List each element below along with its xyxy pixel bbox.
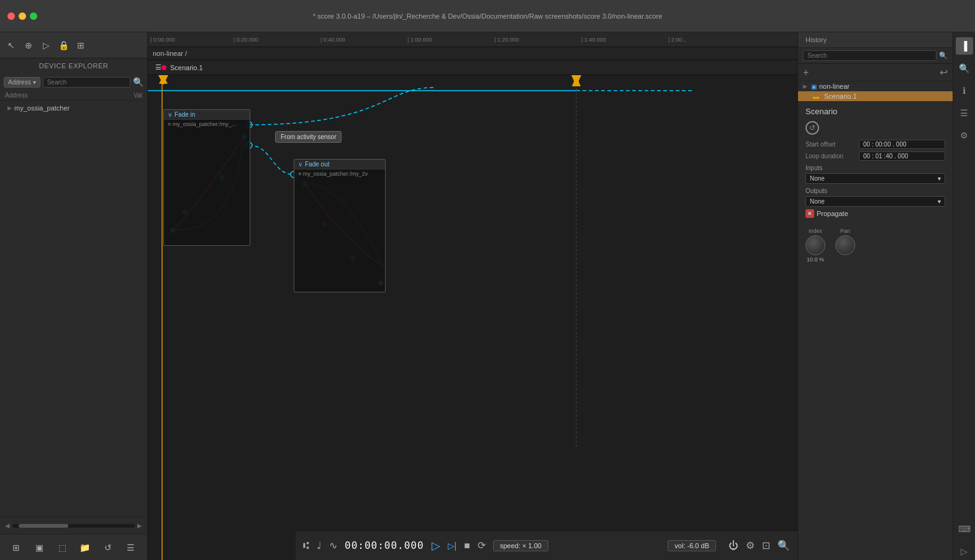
right-icon-play[interactable]: ▷ [956, 543, 973, 560]
transport-curve-icon[interactable]: ∿ [329, 540, 337, 551]
pan-knob[interactable] [835, 235, 855, 255]
transport-bar: ⑆ ♩ ∿ 00:00:00.000 ▷ ▷| ■ ⟳ speed: × 1.0… [296, 530, 797, 560]
fade-in-header: ∨ Fade in [164, 110, 250, 120]
scenario-properties: Scenario ↺ Start offset 00 : 00:00 . 000… [798, 101, 953, 223]
transport-time: 00:00:00.000 [345, 540, 424, 551]
right-icon-columns[interactable]: ☰ [956, 104, 973, 122]
ruler-mark-6: | 2:00... [668, 37, 687, 43]
inputs-chevron: ▾ [938, 175, 941, 182]
center-panel: | 0:00.000 | 0:20.000 | 0:40.000 | 1:00.… [148, 32, 797, 560]
score-path-text: non-linear / [153, 50, 187, 57]
scenario-row: ☰ Scenario.1 [148, 60, 797, 75]
transport-music-icon[interactable]: ♩ [317, 540, 322, 551]
history-add-button[interactable]: + [803, 67, 809, 78]
activity-sensor-tooltip: From activity sensor [275, 131, 342, 143]
transport-return-button[interactable]: ⟳ [478, 540, 486, 551]
transport-stop-button[interactable]: ■ [464, 540, 470, 551]
interval-connector-1 [249, 145, 294, 174]
transport-screen-icon[interactable]: ⊡ [762, 540, 770, 551]
list-icon[interactable]: ☰ [125, 541, 137, 554]
loop-duration-value[interactable]: 00 : 01 :40 . 000 [859, 151, 945, 161]
right-icon-keyboard[interactable]: ⌨ [956, 520, 973, 538]
index-knob-value: 10.0 % [807, 256, 824, 263]
speed-display[interactable]: speed: × 1.00 [493, 540, 548, 551]
frame-tool[interactable]: ⊞ [75, 39, 87, 52]
cursor-tool[interactable]: ↖ [5, 39, 17, 52]
device-search-input[interactable] [43, 77, 130, 88]
tree-item-my-ossia-patcher[interactable]: ▶ my_ossia_patcher [0, 103, 147, 113]
knobs-section: Index 10.0 % Pan [798, 223, 953, 273]
grid-icon[interactable]: ⊞ [10, 541, 22, 554]
ruler-mark-2: | 0:40.000 [320, 37, 345, 43]
score-path-breadcrumb: non-linear / [148, 47, 797, 60]
history-icon[interactable]: ↺ [102, 541, 114, 554]
device-list-header: Address Val [0, 91, 147, 101]
history-search-icon[interactable]: 🔍 [939, 52, 948, 60]
image-icon[interactable]: ▣ [33, 541, 45, 554]
timeline-area[interactable]: ∨ Fade in ≡ my_ossia_patcher:/my_... ∨ F… [148, 75, 797, 560]
right-panel: History 🔍 + ↩ ▶ ▣ non-linear ▬ Scenario.… [797, 32, 953, 560]
history-title: History [798, 32, 953, 48]
non-linear-icon: ▣ [811, 83, 817, 90]
close-button[interactable] [7, 12, 15, 20]
propagate-x-badge[interactable]: ✕ [805, 209, 814, 218]
left-scroll-bar: ◀ ▶ [0, 517, 147, 534]
history-item-non-linear[interactable]: ▶ ▣ non-linear [798, 81, 953, 91]
outputs-value: None [810, 198, 825, 205]
right-icon-bar-active[interactable]: ▐ [956, 37, 973, 55]
fade-in-interval[interactable]: ∨ Fade in ≡ my_ossia_patcher:/my_... [163, 109, 250, 246]
left-panel: ↖ ⊕ ▷ 🔒 ⊞ DEVICE EXPLORER Address ▾ 🔍 Ad… [0, 32, 148, 560]
outputs-section-label: Outputs [805, 187, 945, 194]
device-search-icon[interactable]: 🔍 [133, 76, 143, 88]
search-bar: Address ▾ 🔍 [0, 73, 147, 91]
transport-play-step-button[interactable]: ▷| [448, 541, 457, 551]
scenario-props-title: Scenario [805, 107, 945, 116]
outputs-chevron: ▾ [938, 198, 941, 205]
photo-icon[interactable]: ⬚ [56, 541, 68, 554]
maximize-button[interactable] [30, 12, 37, 20]
tree-item-label: my_ossia_patcher [14, 104, 70, 112]
index-knob-container: Index 10.0 % [805, 228, 825, 263]
minimize-button[interactable] [19, 12, 26, 20]
propagate-row: ✕ Propagate [805, 209, 945, 218]
right-icon-settings[interactable]: ⚙ [956, 127, 973, 144]
scroll-left-arrow[interactable]: ◀ [2, 522, 12, 529]
history-search-input[interactable] [803, 50, 936, 61]
loop-icon[interactable]: ↺ [805, 121, 819, 135]
transport-play-button[interactable]: ▷ [432, 539, 440, 553]
lock-tool[interactable]: 🔒 [57, 39, 70, 52]
play-tool[interactable]: ▷ [40, 39, 52, 52]
history-action-button[interactable]: ↩ [940, 66, 948, 78]
history-add-row: + ↩ [798, 64, 953, 81]
ruler-mark-4: | 1:20.000 [494, 37, 519, 43]
transport-power-icon[interactable]: ⏻ [728, 540, 738, 551]
address-badge[interactable]: Address ▾ [4, 77, 40, 88]
transport-search-icon[interactable]: 🔍 [778, 540, 790, 551]
fade-in-title: Fade in [175, 111, 195, 118]
transport-mixer-icon[interactable]: ⚙ [746, 540, 755, 551]
titlebar: * score 3.0.0-a19 – /Users/jln/_Recherch… [0, 0, 975, 32]
history-item-scenario1[interactable]: ▬ Scenario.1 [798, 91, 953, 101]
volume-display[interactable]: vol: -6.0 dB [668, 540, 716, 551]
start-offset-value[interactable]: 00 : 00:00 . 000 [859, 140, 945, 149]
right-icon-info[interactable]: ℹ [956, 82, 973, 99]
playhead-bar-left [161, 75, 163, 560]
ruler-mark-3: | 1:00.000 [407, 37, 432, 43]
index-knob[interactable] [805, 235, 825, 255]
transport-midi-icon[interactable]: ⑆ [303, 540, 309, 551]
outputs-dropdown[interactable]: None ▾ [805, 196, 945, 207]
right-icon-search[interactable]: 🔍 [956, 60, 973, 77]
device-tree: ▶ my_ossia_patcher [0, 101, 147, 517]
left-bottom-toolbar: ⊞ ▣ ⬚ 📁 ↺ ☰ [0, 534, 147, 560]
toolbar: ↖ ⊕ ▷ 🔒 ⊞ [0, 32, 147, 58]
inputs-dropdown[interactable]: None ▾ [805, 173, 945, 184]
ruler-mark-1: | 0:20.000 [234, 37, 258, 43]
fade-in-address: ≡ my_ossia_patcher:/my_... [164, 120, 250, 129]
scroll-track[interactable] [12, 524, 135, 528]
add-tool[interactable]: ⊕ [22, 39, 35, 52]
scroll-right-arrow[interactable]: ▶ [135, 522, 145, 529]
fade-out-chevron: ∨ [298, 161, 302, 168]
scenario-expand-icon: ☰ [155, 63, 161, 71]
folder-icon[interactable]: 📁 [79, 541, 91, 554]
fade-out-interval[interactable]: ∨ Fade out ≡ my_ossia_patcher:/my_2v [294, 159, 386, 292]
